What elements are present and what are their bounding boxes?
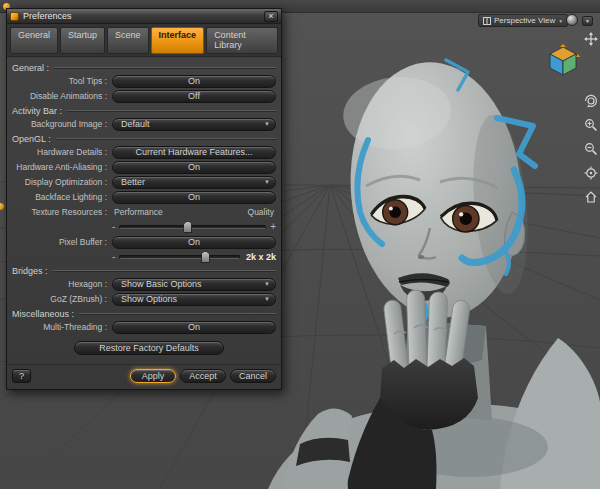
restore-factory-defaults-button[interactable]: Restore Factory Defaults: [74, 341, 224, 355]
tab-interface[interactable]: Interface: [151, 27, 205, 54]
plus-icon: +: [270, 222, 276, 232]
texture-resources-min-label: Performance: [114, 207, 163, 217]
tool-tips-toggle[interactable]: On: [112, 75, 276, 88]
pixel-buffer-slider-handle[interactable]: [201, 251, 210, 263]
help-button[interactable]: ?: [12, 369, 31, 383]
tab-startup[interactable]: Startup: [60, 27, 105, 54]
texture-resources-slider[interactable]: [119, 225, 266, 229]
row-pixel-buffer: Pixel Buffer : On: [12, 235, 276, 249]
multi-threading-toggle[interactable]: On: [112, 321, 276, 334]
row-hardware-anti-aliasing: Hardware Anti-Aliasing : On: [12, 160, 276, 174]
section-general: General :: [12, 63, 276, 73]
hardware-anti-aliasing-label: Hardware Anti-Aliasing :: [12, 162, 112, 172]
row-multi-threading: Multi-Threading : On: [12, 320, 276, 334]
app-window: Perspective View ▼ ▼: [0, 0, 600, 489]
camera-selector-label: Perspective View: [494, 16, 555, 25]
hexagon-dropdown[interactable]: Show Basic Options ▼: [112, 278, 276, 291]
section-opengl: OpenGL :: [12, 134, 276, 144]
hardware-anti-aliasing-toggle[interactable]: On: [112, 161, 276, 174]
pixel-buffer-slider-row: - 2k x 2k: [12, 251, 276, 263]
pixel-buffer-label: Pixel Buffer :: [12, 237, 112, 247]
row-hexagon: Hexagon : Show Basic Options ▼: [12, 277, 276, 291]
disable-animations-label: Disable Animations :: [12, 91, 112, 101]
hardware-features-button[interactable]: Current Hardware Features...: [112, 146, 276, 159]
tab-scene[interactable]: Scene: [107, 27, 149, 54]
pixel-buffer-size-label: 2k x 2k: [246, 252, 276, 262]
preferences-icon: [10, 12, 19, 21]
home-icon[interactable]: [584, 190, 598, 204]
apply-button[interactable]: Apply: [130, 369, 176, 383]
pan-icon[interactable]: [584, 32, 598, 46]
cancel-button[interactable]: Cancel: [230, 369, 276, 383]
row-texture-resources: Texture Resources : Performance Quality: [12, 205, 276, 219]
section-activity-bar: Activity Bar :: [12, 106, 276, 116]
chevron-down-icon: ▼: [264, 179, 270, 185]
row-goz: GoZ (ZBrush) : Show Options ▼: [12, 292, 276, 306]
pixel-buffer-slider[interactable]: [119, 255, 240, 259]
section-miscellaneous: Miscellaneous :: [12, 309, 276, 319]
texture-resources-label: Texture Resources :: [12, 207, 112, 217]
row-backface-lighting: Backface Lighting : On: [12, 190, 276, 204]
accept-button[interactable]: Accept: [180, 369, 226, 383]
tool-tips-label: Tool Tips :: [12, 76, 112, 86]
hexagon-label: Hexagon :: [12, 279, 112, 289]
disable-animations-toggle[interactable]: Off: [112, 90, 276, 103]
dialog-bottom-bar: ? Apply Accept Cancel: [7, 364, 281, 389]
zoom-out-icon[interactable]: [584, 142, 598, 156]
minus-icon: -: [112, 252, 115, 262]
viewport-options-icon[interactable]: ▼: [582, 16, 593, 26]
chevron-down-icon: ▼: [558, 18, 563, 24]
draw-style-icon[interactable]: [566, 14, 578, 26]
backface-lighting-toggle[interactable]: On: [112, 191, 276, 204]
dialog-titlebar[interactable]: Preferences ×: [7, 9, 281, 24]
row-hardware-details: Hardware Details : Current Hardware Feat…: [12, 145, 276, 159]
display-optimization-dropdown[interactable]: Better ▼: [112, 176, 276, 189]
interface-tab-panel: General : Tool Tips : On Disable Animati…: [7, 57, 281, 361]
texture-resources-max-label: Quality: [248, 207, 274, 217]
chevron-down-icon: ▼: [264, 296, 270, 302]
display-optimization-label: Display Optimization :: [12, 177, 112, 187]
close-icon[interactable]: ×: [264, 11, 278, 22]
row-tool-tips: Tool Tips : On: [12, 74, 276, 88]
texture-resources-slider-row: - +: [12, 221, 276, 233]
restore-row: Restore Factory Defaults: [12, 341, 276, 355]
background-image-dropdown[interactable]: Default ▼: [112, 118, 276, 131]
section-bridges: Bridges :: [12, 266, 276, 276]
backface-lighting-label: Backface Lighting :: [12, 192, 112, 202]
row-display-optimization: Display Optimization : Better ▼: [12, 175, 276, 189]
camera-selector[interactable]: Perspective View ▼: [478, 14, 568, 27]
dialog-title: Preferences: [23, 11, 260, 21]
goz-dropdown[interactable]: Show Options ▼: [112, 293, 276, 306]
pixel-buffer-toggle[interactable]: On: [112, 236, 276, 249]
hardware-details-label: Hardware Details :: [12, 147, 112, 157]
chevron-down-icon: ▼: [264, 121, 270, 127]
minus-icon: -: [112, 222, 115, 232]
row-disable-animations: Disable Animations : Off: [12, 89, 276, 103]
view-cube[interactable]: [546, 44, 580, 78]
tab-general[interactable]: General: [10, 27, 58, 54]
texture-resources-slider-handle[interactable]: [183, 221, 192, 233]
preferences-tabbar: General Startup Scene Interface Content …: [7, 24, 281, 57]
goz-label: GoZ (ZBrush) :: [12, 294, 112, 304]
chevron-down-icon: ▼: [264, 281, 270, 287]
preferences-dialog: Preferences × General Startup Scene Inte…: [6, 8, 282, 390]
aim-icon[interactable]: [584, 166, 598, 180]
row-background-image: Background Image : Default ▼: [12, 117, 276, 131]
viewport-toolbar: [584, 32, 598, 204]
background-image-label: Background Image :: [12, 119, 112, 129]
multi-threading-label: Multi-Threading :: [12, 322, 112, 332]
orbit-icon[interactable]: [584, 94, 598, 108]
pane-icon: [483, 17, 491, 25]
zoom-in-icon[interactable]: [584, 118, 598, 132]
tab-content-library[interactable]: Content Library: [206, 27, 278, 54]
